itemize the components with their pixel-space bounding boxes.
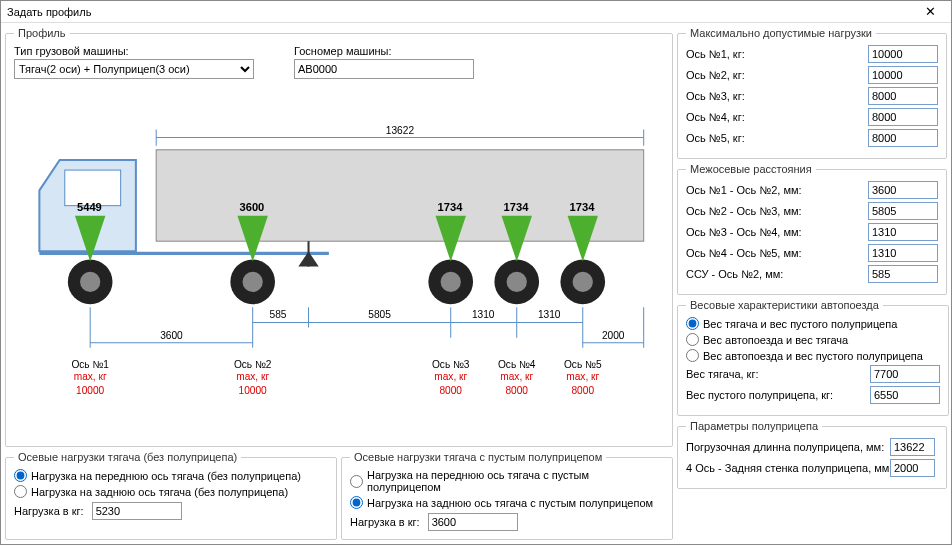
weight-opt1-radio[interactable] <box>686 317 699 330</box>
close-button[interactable]: ✕ <box>915 4 945 19</box>
svg-text:5449: 5449 <box>77 201 102 213</box>
axle-empty-group: Осевые нагрузки тягача с пустым полуприц… <box>341 451 673 540</box>
axle-empty-rear-radio[interactable] <box>350 496 363 509</box>
maxload-1-input[interactable] <box>868 45 938 63</box>
weights-group: Весовые характеристики автопоезда Вес тя… <box>677 299 949 416</box>
dist-23-input[interactable] <box>868 202 938 220</box>
svg-text:1310: 1310 <box>472 309 495 320</box>
axle-tractor-legend: Осевые нагрузки тягача (без полуприцепа) <box>14 451 241 463</box>
svg-text:10000: 10000 <box>76 385 105 396</box>
truck-diagram: 13622 <box>14 85 664 438</box>
dist-34-input[interactable] <box>868 223 938 241</box>
plate-label: Госномер машины: <box>294 45 474 57</box>
dist-ssu-input[interactable] <box>868 265 938 283</box>
truck-type-select[interactable]: Тягач(2 оси) + Полуприцеп(3 оси) <box>14 59 254 79</box>
svg-text:1734: 1734 <box>504 201 530 213</box>
maxload-5-input[interactable] <box>868 129 938 147</box>
svg-text:10000: 10000 <box>239 385 268 396</box>
svg-text:8000: 8000 <box>571 385 594 396</box>
svg-text:Ось №2: Ось №2 <box>234 359 272 370</box>
weight-opt3-radio[interactable] <box>686 349 699 362</box>
axle-empty-load-input[interactable] <box>428 513 518 531</box>
profile-group: Профиль Тип грузовой машины: Тягач(2 оси… <box>5 27 673 447</box>
svg-text:585: 585 <box>270 309 287 320</box>
trailer-rear-input[interactable] <box>890 459 935 477</box>
maxloads-group: Максимально допустимые нагрузки Ось №1, … <box>677 27 947 159</box>
svg-text:8000: 8000 <box>439 385 462 396</box>
svg-text:13622: 13622 <box>386 125 415 136</box>
svg-text:max, кг: max, кг <box>500 371 533 382</box>
svg-point-12 <box>243 272 263 292</box>
maxload-4-input[interactable] <box>868 108 938 126</box>
dist-12-input[interactable] <box>868 181 938 199</box>
svg-text:2000: 2000 <box>602 330 625 341</box>
svg-rect-4 <box>156 150 644 241</box>
axle-tractor-rear-radio[interactable] <box>14 485 27 498</box>
svg-text:max, кг: max, кг <box>74 371 107 382</box>
maxload-3-input[interactable] <box>868 87 938 105</box>
trailer-length-input[interactable] <box>890 438 935 456</box>
svg-text:Ось №4: Ось №4 <box>498 359 536 370</box>
svg-text:3600: 3600 <box>239 201 264 213</box>
maxload-2-input[interactable] <box>868 66 938 84</box>
distances-group: Межосевые расстояния Ось №1 - Ось №2, мм… <box>677 163 947 295</box>
axle-empty-front-radio[interactable] <box>350 475 363 488</box>
svg-text:1310: 1310 <box>538 309 561 320</box>
svg-text:8000: 8000 <box>505 385 528 396</box>
window-title: Задать профиль <box>7 6 915 18</box>
svg-text:max, кг: max, кг <box>236 371 269 382</box>
svg-point-10 <box>80 272 100 292</box>
svg-text:1734: 1734 <box>570 201 596 213</box>
svg-point-16 <box>507 272 527 292</box>
axle-tractor-group: Осевые нагрузки тягача (без полуприцепа)… <box>5 451 337 540</box>
tractor-weight-input[interactable] <box>870 365 940 383</box>
axle-tractor-front-radio[interactable] <box>14 469 27 482</box>
truck-type-label: Тип грузовой машины: <box>14 45 254 57</box>
trailer-weight-input[interactable] <box>870 386 940 404</box>
svg-text:3600: 3600 <box>160 330 183 341</box>
axle-tractor-load-input[interactable] <box>92 502 182 520</box>
svg-text:5805: 5805 <box>368 309 391 320</box>
svg-text:max, кг: max, кг <box>434 371 467 382</box>
profile-legend: Профиль <box>14 27 70 39</box>
dist-45-input[interactable] <box>868 244 938 262</box>
svg-point-14 <box>441 272 461 292</box>
plate-input[interactable] <box>294 59 474 79</box>
window: Задать профиль ✕ Профиль Тип грузовой ма… <box>0 0 952 545</box>
titlebar: Задать профиль ✕ <box>1 1 951 23</box>
svg-text:Ось №1: Ось №1 <box>71 359 109 370</box>
weight-opt2-radio[interactable] <box>686 333 699 346</box>
svg-point-18 <box>573 272 593 292</box>
axle-empty-legend: Осевые нагрузки тягача с пустым полуприц… <box>350 451 606 463</box>
svg-text:Ось №3: Ось №3 <box>432 359 470 370</box>
svg-text:max, кг: max, кг <box>566 371 599 382</box>
svg-text:1734: 1734 <box>438 201 464 213</box>
svg-text:Ось №5: Ось №5 <box>564 359 602 370</box>
trailer-params-group: Параметры полуприцепа Погрузочная длинна… <box>677 420 947 489</box>
